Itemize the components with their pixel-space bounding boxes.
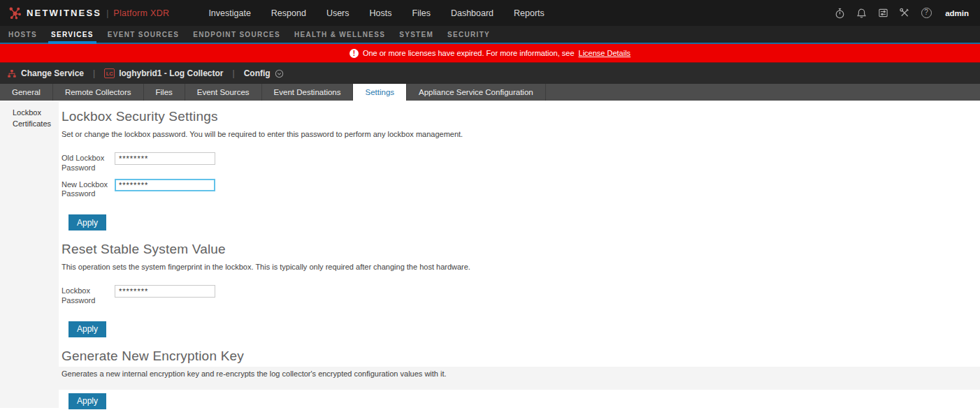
brand-name: NETWITNESS xyxy=(27,8,101,18)
config-view-label: Config xyxy=(244,68,271,78)
admin-nav-endpoint-sources[interactable]: ENDPOINT SOURCES xyxy=(186,26,287,43)
new-lockbox-password-row: New Lockbox Password xyxy=(62,179,980,200)
license-details-link[interactable]: License Details xyxy=(579,49,631,57)
lockbox-settings-panel: Lockbox Security Settings Set or change … xyxy=(59,102,980,409)
jobs-panel-icon[interactable] xyxy=(877,8,888,19)
generate-encryption-key-description: Generates a new internal encryption key … xyxy=(62,369,980,378)
reset-lockbox-password-label: Lockbox Password xyxy=(62,285,115,306)
new-lockbox-password-input[interactable] xyxy=(115,179,215,191)
config-tab-bar: General Remote Collectors Files Event So… xyxy=(0,84,980,101)
tab-files[interactable]: Files xyxy=(144,84,185,101)
reset-stable-system-value-title: Reset Stable System Value xyxy=(62,242,980,257)
tab-settings[interactable]: Settings xyxy=(353,84,407,101)
config-view-selector[interactable]: Config xyxy=(244,68,284,78)
admin-nav-services[interactable]: SERVICES xyxy=(44,26,101,43)
change-service-button[interactable]: Change Service xyxy=(7,68,84,78)
license-expired-banner: ! One or more licenses have expired. For… xyxy=(0,44,980,62)
old-lockbox-password-row: Old Lockbox Password xyxy=(62,152,980,173)
netwitness-app: NETWITNESS | Platform XDR Investigate Re… xyxy=(0,0,980,410)
admin-nav-system[interactable]: SYSTEM xyxy=(392,26,440,43)
warning-icon: ! xyxy=(350,49,359,58)
lockbox-security-settings-title: Lockbox Security Settings xyxy=(62,109,980,124)
change-service-icon xyxy=(7,69,17,78)
notifications-bell-icon[interactable] xyxy=(856,8,867,19)
generate-encryption-key-title: Generate New Encryption Key xyxy=(62,349,980,364)
timer-icon[interactable] xyxy=(834,8,845,19)
tab-event-destinations[interactable]: Event Destinations xyxy=(262,84,354,101)
top-nav-dashboard[interactable]: Dashboard xyxy=(451,8,493,18)
reset-system-value-apply-button[interactable]: Apply xyxy=(69,321,106,337)
top-bar: NETWITNESS | Platform XDR Investigate Re… xyxy=(0,0,980,26)
admin-nav-hosts[interactable]: HOSTS xyxy=(1,26,44,43)
new-lockbox-password-label: New Lockbox Password xyxy=(62,179,115,200)
top-nav-investigate[interactable]: Investigate xyxy=(208,8,250,18)
tab-general[interactable]: General xyxy=(0,84,53,101)
log-collector-badge-icon: LC xyxy=(104,68,115,78)
breadcrumb-separator: | xyxy=(233,68,235,78)
old-lockbox-password-input[interactable] xyxy=(115,152,215,165)
netwitness-logo-icon xyxy=(8,6,22,20)
lockbox-password-form: Old Lockbox Password New Lockbox Passwor… xyxy=(62,152,980,199)
admin-nav-health-wellness[interactable]: HEALTH & WELLNESS xyxy=(287,26,392,43)
lockbox-security-settings-description: Set or change the lockbox password. You … xyxy=(62,130,980,138)
top-nav-reports[interactable]: Reports xyxy=(514,8,545,18)
admin-nav-security[interactable]: SECURITY xyxy=(440,26,497,43)
change-service-label: Change Service xyxy=(21,68,84,78)
chevron-down-circle-icon[interactable] xyxy=(275,69,284,78)
reset-system-value-form: Lockbox Password xyxy=(62,285,980,306)
admin-nav-event-sources[interactable]: EVENT SOURCES xyxy=(101,26,186,43)
old-lockbox-password-label: Old Lockbox Password xyxy=(62,152,115,173)
settings-content: Lockbox Certificates Lockbox Security Se… xyxy=(0,102,980,410)
breadcrumb-separator: | xyxy=(93,68,95,78)
top-bar-right: ? admin xyxy=(834,8,972,19)
top-nav-files[interactable]: Files xyxy=(412,8,431,18)
tab-appliance-service-configuration[interactable]: Appliance Service Configuration xyxy=(407,84,546,101)
top-nav-hosts[interactable]: Hosts xyxy=(370,8,392,18)
user-menu[interactable]: admin xyxy=(945,9,969,17)
reset-stable-system-value-description: This operation sets the system fingerpri… xyxy=(62,263,980,271)
generate-encryption-key-apply-button[interactable]: Apply xyxy=(69,393,106,409)
brand-product: Platform XDR xyxy=(113,8,169,18)
tools-icon[interactable] xyxy=(899,8,910,19)
settings-sidebar: Lockbox Certificates xyxy=(0,102,59,408)
service-entry[interactable]: LC loghybrid1 - Log Collector xyxy=(104,68,223,78)
help-icon[interactable]: ? xyxy=(921,8,932,19)
top-nav-users[interactable]: Users xyxy=(326,8,350,18)
top-nav-respond[interactable]: Respond xyxy=(271,8,306,18)
reset-lockbox-password-input[interactable] xyxy=(115,285,215,298)
sidebar-item-certificates[interactable]: Certificates xyxy=(13,119,59,130)
sidebar-item-lockbox[interactable]: Lockbox xyxy=(13,108,59,119)
tab-event-sources[interactable]: Event Sources xyxy=(185,84,262,101)
brand-separator: | xyxy=(106,8,108,18)
top-nav: Investigate Respond Users Hosts Files Da… xyxy=(208,8,544,18)
reset-lockbox-password-row: Lockbox Password xyxy=(62,285,980,306)
admin-nav: HOSTS SERVICES EVENT SOURCES ENDPOINT SO… xyxy=(0,26,980,44)
breadcrumb: Change Service | LC loghybrid1 - Log Col… xyxy=(0,62,980,84)
service-name: loghybrid1 - Log Collector xyxy=(119,68,223,78)
brand: NETWITNESS | Platform XDR xyxy=(8,6,169,20)
tab-remote-collectors[interactable]: Remote Collectors xyxy=(53,84,144,101)
lockbox-password-apply-button[interactable]: Apply xyxy=(69,214,106,230)
banner-message: One or more licenses have expired. For m… xyxy=(363,49,575,57)
